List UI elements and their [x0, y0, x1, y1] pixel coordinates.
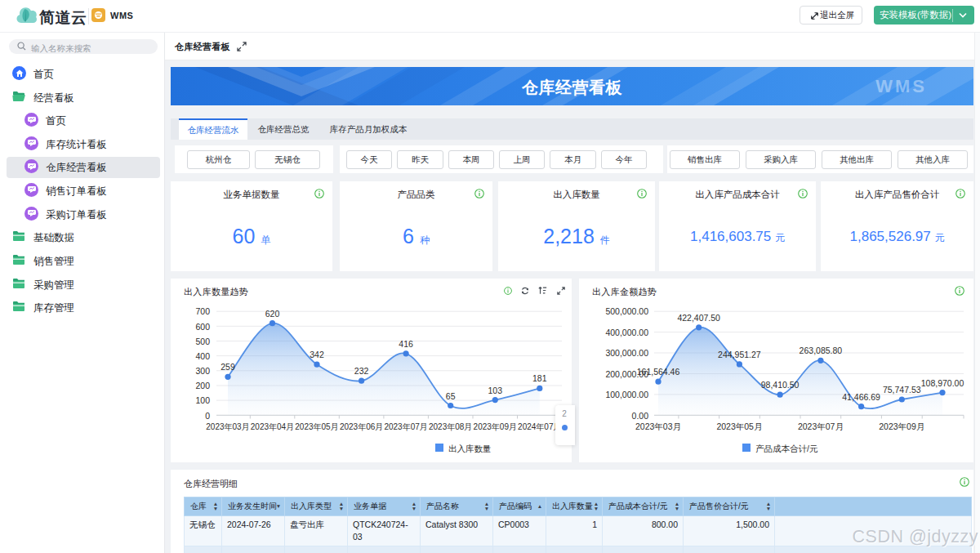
svg-text:103: 103 [488, 386, 503, 395]
svg-text:108,970.00: 108,970.00 [921, 378, 964, 388]
svg-text:342: 342 [310, 350, 324, 359]
svg-text:259: 259 [220, 362, 235, 372]
svg-text:2023年07月: 2023年07月 [798, 421, 844, 431]
svg-text:100,000.00: 100,000.00 [605, 390, 648, 399]
svg-text:232: 232 [354, 366, 369, 376]
svg-text:2023年09月: 2023年09月 [474, 422, 517, 431]
svg-text:41,466.69: 41,466.69 [842, 392, 880, 402]
svg-text:200: 200 [195, 381, 210, 390]
svg-text:300: 300 [195, 366, 210, 376]
svg-text:2023年06月: 2023年06月 [340, 422, 383, 431]
svg-text:98,410.50: 98,410.50 [761, 380, 800, 390]
svg-text:422,407.50: 422,407.50 [677, 313, 720, 323]
svg-text:244,951.27: 244,951.27 [718, 350, 761, 359]
svg-text:100: 100 [195, 395, 210, 405]
svg-text:263,085.80: 263,085.80 [800, 346, 843, 355]
svg-text:2023年07月: 2023年07月 [384, 422, 427, 431]
svg-text:500,000.00: 500,000.00 [605, 306, 648, 316]
svg-text:2023年05月: 2023年05月 [716, 421, 762, 431]
svg-text:2023年03月: 2023年03月 [635, 421, 681, 431]
svg-text:2023年08月: 2023年08月 [429, 422, 472, 431]
svg-text:400,000.00: 400,000.00 [605, 328, 648, 337]
svg-text:2023年09月: 2023年09月 [879, 421, 924, 431]
svg-text:700: 700 [195, 306, 210, 316]
svg-text:2023年03月: 2023年03月 [206, 422, 249, 431]
svg-text:181: 181 [532, 373, 547, 383]
svg-text:620: 620 [265, 309, 280, 319]
svg-text:2023年05月: 2023年05月 [295, 422, 338, 431]
svg-text:416: 416 [399, 339, 413, 349]
svg-text:161,564.46: 161,564.46 [637, 367, 680, 377]
svg-text:0.00: 0.00 [632, 411, 649, 421]
svg-text:出入库数量: 出入库数量 [448, 444, 492, 453]
svg-text:500: 500 [195, 337, 210, 346]
svg-text:75,747.53: 75,747.53 [883, 385, 921, 395]
svg-text:产品成本合计/元: 产品成本合计/元 [755, 444, 818, 453]
svg-text:600: 600 [195, 322, 210, 332]
svg-text:400: 400 [195, 351, 210, 361]
svg-text:65: 65 [446, 391, 456, 401]
svg-text:0: 0 [205, 411, 210, 421]
svg-text:300,000.00: 300,000.00 [605, 348, 648, 358]
svg-text:2023年04月: 2023年04月 [251, 422, 294, 431]
